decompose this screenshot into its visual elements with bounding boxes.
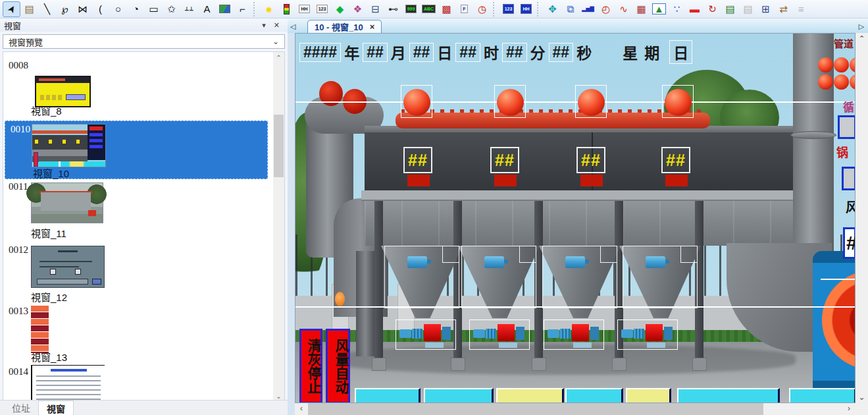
hopper-select-box[interactable] xyxy=(384,246,459,308)
line-icon[interactable]: ╲ xyxy=(38,1,56,17)
state-tag-icon[interactable]: HH xyxy=(295,1,313,17)
canvas-hscrollbar[interactable]: ‹ › xyxy=(295,403,855,415)
sphere-indicator[interactable] xyxy=(494,85,526,118)
panel-collapse-icon[interactable]: ▾ xyxy=(258,21,270,30)
trend-chart-icon[interactable]: ∿ xyxy=(615,1,632,17)
tab-scroll-right-icon[interactable]: ▷ xyxy=(856,22,867,33)
sphere-indicator[interactable] xyxy=(401,85,432,118)
data-transfer-icon[interactable]: ⇄ xyxy=(775,1,792,17)
bit-button-icon[interactable]: ◆ xyxy=(331,1,349,17)
sphere-indicator[interactable] xyxy=(662,85,694,118)
rotary-valve-box[interactable] xyxy=(617,319,678,350)
bottom-button-5[interactable] xyxy=(626,388,671,403)
value-tag-icon[interactable]: 123 xyxy=(313,1,331,17)
year-value[interactable]: #### xyxy=(299,43,341,62)
scroll-down-icon[interactable]: ⌄ xyxy=(855,393,868,402)
scroll-left-icon[interactable]: ‹ xyxy=(296,404,307,413)
preview-header[interactable]: 視窗預覽 ⌄ xyxy=(3,34,285,49)
lamp-icon[interactable]: ● xyxy=(260,1,278,17)
value-box[interactable] xyxy=(842,167,855,190)
bottom-button-7[interactable] xyxy=(789,388,855,403)
banner-clean-stop[interactable]: 清灰停止 xyxy=(299,329,322,403)
alarm-bar-icon[interactable]: ▬ xyxy=(686,1,703,17)
canvas-vscrollbar[interactable]: ⌃ ⌄ xyxy=(855,33,868,403)
pie-icon[interactable]: ◔ xyxy=(127,1,145,17)
bag-display-1[interactable]: ## xyxy=(403,147,432,173)
numeric-input-icon[interactable]: 123 xyxy=(499,1,517,17)
banner-air-auto[interactable]: 风量自动 xyxy=(326,329,350,403)
value-box[interactable] xyxy=(838,115,855,139)
edit-object-icon[interactable]: ▤ xyxy=(20,1,38,17)
tab-address[interactable]: 位址 xyxy=(4,401,38,415)
tab-scroll-left-icon[interactable]: ◁ xyxy=(288,22,298,33)
datetime-display[interactable]: #### 年 ## 月 ## 日 ## 时 ## 分 ## 秒 星期 日 xyxy=(299,40,692,64)
move-icon[interactable]: ✥ xyxy=(544,1,561,17)
graph-box-icon[interactable]: ▲ xyxy=(650,1,668,17)
text-icon[interactable]: A xyxy=(198,1,216,17)
document-tab[interactable]: 10 - 視窗_10 × xyxy=(307,20,382,33)
history-table-icon[interactable]: ⊞ xyxy=(757,1,775,17)
freeform-icon[interactable]: ⌐ xyxy=(234,1,251,17)
function-key-icon[interactable]: F xyxy=(455,1,473,17)
bottom-button-6[interactable] xyxy=(677,388,780,403)
day-value[interactable]: ## xyxy=(409,43,434,62)
wind-value-display[interactable]: # xyxy=(843,227,855,259)
bag-display-2[interactable]: ## xyxy=(490,147,519,173)
ellipse-icon[interactable]: ○ xyxy=(109,1,127,17)
rotate-machine-icon[interactable]: ↻ xyxy=(703,1,721,17)
lamp-grid-row[interactable] xyxy=(818,74,855,92)
tab-window[interactable]: 視窗 xyxy=(38,401,74,415)
second-value[interactable]: ## xyxy=(549,43,574,62)
minute-value[interactable]: ## xyxy=(502,43,527,62)
sphere-indicator[interactable] xyxy=(575,85,607,118)
month-value[interactable]: ## xyxy=(363,43,388,62)
touch-trigger-icon[interactable]: ❖ xyxy=(349,1,367,17)
sidebar-scrollbar[interactable]: ⌃ ⌄ xyxy=(273,52,284,402)
polyline-icon[interactable]: ⋈ xyxy=(74,1,91,17)
text-display-icon[interactable]: ABC xyxy=(420,1,438,17)
barcode-icon[interactable]: ▩ xyxy=(438,1,455,17)
report-disabled-icon[interactable]: ▤ xyxy=(739,1,757,17)
rotary-valve-box[interactable] xyxy=(469,319,530,350)
grid-table-icon[interactable]: ▦ xyxy=(632,1,650,17)
bottom-button-2[interactable] xyxy=(424,388,494,403)
rotary-valve-box[interactable] xyxy=(544,319,604,350)
scrollbar-thumb[interactable] xyxy=(274,115,284,177)
bag-display-4[interactable]: ## xyxy=(661,147,690,173)
combo-box-icon[interactable]: ⊟ xyxy=(367,1,384,17)
scroll-up-icon[interactable]: ⌃ xyxy=(855,34,868,43)
list-item-0010-selected[interactable]: 0010 視窗_10 xyxy=(5,121,268,179)
meter-icon[interactable]: ◴ xyxy=(597,1,615,17)
scroll-up-icon[interactable]: ⌃ xyxy=(273,52,284,63)
bag-display-3[interactable]: ## xyxy=(576,147,605,173)
hopper-select-box[interactable] xyxy=(461,246,536,308)
lamp-grid-row[interactable] xyxy=(818,57,855,75)
guide-line[interactable] xyxy=(821,279,855,280)
arc-icon[interactable]: ( xyxy=(91,1,109,17)
scrollbar-thumb[interactable] xyxy=(308,403,763,415)
select-cursor-icon[interactable]: ➤ xyxy=(3,1,20,17)
scroll-right-icon[interactable]: › xyxy=(844,404,854,413)
week-value[interactable]: 日 xyxy=(669,40,692,64)
scale-icon[interactable]: ⊥⊥ xyxy=(180,1,198,17)
gauge-clock-icon[interactable]: ◷ xyxy=(473,1,491,17)
report-clock-icon[interactable]: ▤ xyxy=(721,1,739,17)
numeric-display-icon[interactable]: 999 xyxy=(402,1,420,17)
image-icon[interactable] xyxy=(216,1,234,17)
doc-disabled-icon[interactable]: ≡ xyxy=(792,1,810,17)
star-icon[interactable]: ✩ xyxy=(163,1,180,17)
bottom-button-1[interactable] xyxy=(355,388,421,403)
bottom-button-3[interactable] xyxy=(496,388,564,403)
hopper-select-box[interactable] xyxy=(542,246,617,308)
time-display-icon[interactable]: HH xyxy=(517,1,535,17)
flow-block-icon[interactable]: ⧉ xyxy=(561,1,579,17)
hopper-select-box[interactable] xyxy=(623,246,698,308)
rotary-valve-box[interactable] xyxy=(396,319,456,350)
scatter-icon[interactable]: ∵ xyxy=(668,1,686,17)
rectangle-icon[interactable]: ▭ xyxy=(145,1,163,17)
key-switch-icon[interactable]: ⊷ xyxy=(384,1,402,17)
hour-value[interactable]: ## xyxy=(455,43,480,62)
bar-chart-icon[interactable]: ▂▅▇ xyxy=(579,1,597,17)
traffic-light-icon[interactable] xyxy=(278,1,295,17)
tab-close-icon[interactable]: × xyxy=(370,22,375,32)
